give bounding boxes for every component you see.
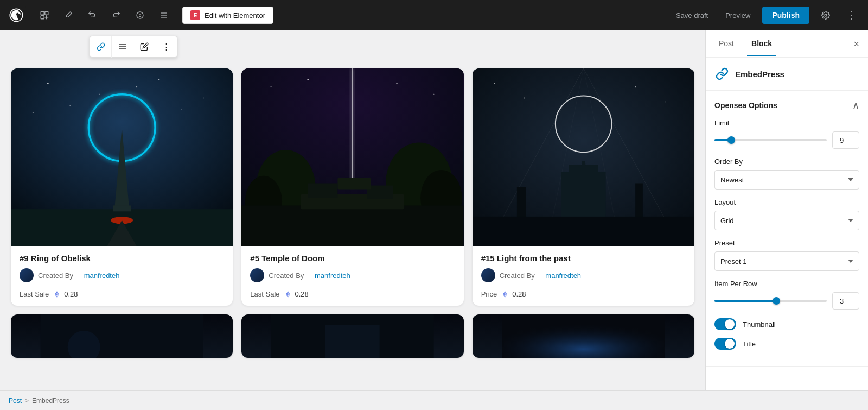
order-by-row: Order By Newest Oldest Price Low Price H… — [714, 157, 859, 190]
nft-card: #5 Temple of Doom Created By manfredteh … — [241, 68, 463, 306]
limit-row: Limit — [714, 119, 859, 149]
nft-card-partial — [473, 314, 694, 358]
order-by-select[interactable]: Newest Oldest Price Low Price High — [714, 170, 859, 190]
creator-link[interactable]: manfredteh — [545, 272, 581, 280]
creator-link[interactable]: manfredteh — [84, 272, 120, 280]
list-view-button[interactable] — [154, 5, 174, 25]
svg-point-63 — [635, 86, 636, 87]
creator-prefix: Created By — [500, 272, 535, 280]
svg-point-61 — [494, 83, 495, 84]
section-title: Opensea Options — [714, 101, 777, 110]
section-collapse-button[interactable]: ∧ — [852, 99, 859, 111]
nft-card-creator: Created By manfredteh — [250, 268, 455, 282]
block-align-button[interactable] — [112, 36, 133, 58]
top-bar-right: Save draft Preview Publish ⋮ — [671, 5, 861, 25]
wp-logo — [7, 5, 26, 25]
nft-card-creator: Created By manfredteh — [20, 268, 224, 282]
svg-marker-68 — [581, 161, 585, 167]
svg-point-64 — [664, 101, 665, 102]
section-header: Opensea Options ∧ — [714, 99, 859, 111]
ep-brand: EmbedPress — [706, 58, 868, 91]
item-per-row-input[interactable] — [832, 292, 859, 310]
nft-card-partial — [11, 314, 233, 358]
svg-point-18 — [203, 98, 204, 99]
svg-rect-49 — [338, 178, 371, 189]
main-area: ⋮ — [0, 30, 868, 390]
svg-point-17 — [158, 79, 160, 80]
block-edit-button[interactable] — [133, 36, 155, 58]
eth-icon — [501, 291, 509, 298]
title-toggle[interactable] — [714, 338, 736, 350]
top-bar: E Edit with Elementor Save draft Preview… — [0, 0, 868, 30]
side-panel: Post Block × EmbedPress Opensea Options … — [705, 30, 868, 390]
redo-button[interactable] — [106, 5, 126, 25]
layout-select[interactable]: Grid List Masonry — [714, 211, 859, 230]
eth-icon — [284, 291, 292, 298]
limit-slider-thumb[interactable] — [727, 136, 735, 144]
preset-row: Preset Preset 1 Preset 2 Preset 3 — [714, 239, 859, 271]
panel-close-button[interactable]: × — [853, 39, 859, 49]
item-per-row-slider-track[interactable] — [714, 300, 827, 302]
svg-point-15 — [47, 83, 49, 84]
undo-button[interactable] — [82, 5, 102, 25]
limit-slider-track[interactable] — [714, 139, 827, 141]
limit-input[interactable] — [832, 131, 859, 149]
thumbnail-toggle[interactable] — [714, 318, 736, 330]
breadcrumb: Post > EmbedPress — [0, 390, 868, 410]
edit-elementor-button[interactable]: E Edit with Elementor — [182, 7, 273, 24]
svg-point-35 — [271, 86, 272, 87]
price-label: Price — [481, 290, 497, 298]
svg-rect-2 — [45, 11, 48, 15]
more-options-button[interactable]: ⋮ — [842, 5, 861, 25]
tab-post[interactable]: Post — [714, 31, 738, 56]
title-toggle-row: Title — [714, 338, 859, 350]
nft-card: #15 Light from the past Created By manfr… — [473, 68, 694, 306]
svg-point-36 — [308, 79, 309, 80]
order-by-label: Order By — [714, 157, 859, 166]
item-per-row-slider-thumb[interactable] — [773, 297, 780, 305]
publish-button[interactable]: Publish — [762, 7, 809, 24]
svg-point-22 — [181, 109, 182, 110]
thumbnail-toggle-row: Thumbnail — [714, 318, 859, 330]
svg-rect-1 — [41, 11, 44, 15]
save-draft-button[interactable]: Save draft — [671, 8, 713, 23]
preview-button[interactable]: Preview — [720, 8, 756, 23]
nft-card-title: #5 Temple of Doom — [250, 254, 455, 263]
svg-point-62 — [524, 98, 525, 99]
svg-rect-71 — [473, 217, 694, 247]
nft-card-partial — [241, 314, 463, 358]
block-toolbar: ⋮ — [90, 36, 177, 58]
layout-row: Layout Grid List Masonry — [714, 198, 859, 230]
preset-select[interactable]: Preset 1 Preset 2 Preset 3 — [714, 251, 859, 271]
edit-elementor-label: Edit with Elementor — [205, 11, 265, 20]
svg-rect-26 — [113, 205, 131, 211]
creator-link[interactable]: manfredteh — [315, 272, 350, 280]
price-label: Last Sale — [20, 290, 49, 298]
block-more-button[interactable]: ⋮ — [155, 36, 177, 58]
svg-point-16 — [99, 94, 100, 95]
svg-point-38 — [433, 94, 435, 95]
panel-header: Post Block × — [706, 30, 868, 58]
avatar — [20, 268, 34, 282]
title-toggle-knob — [725, 339, 735, 349]
price-value: 0.28 — [512, 290, 526, 298]
svg-rect-3 — [41, 16, 44, 19]
svg-rect-67 — [569, 165, 598, 175]
nft-card-creator: Created By manfredteh — [481, 268, 686, 282]
breadcrumb-separator: > — [25, 397, 29, 405]
limit-label: Limit — [714, 119, 859, 127]
tools-button[interactable] — [59, 5, 78, 25]
svg-point-21 — [136, 86, 137, 87]
block-link-button[interactable] — [90, 36, 112, 58]
nft-card-price: Price 0.28 — [481, 290, 686, 298]
svg-point-10 — [825, 14, 827, 16]
breadcrumb-post-link[interactable]: Post — [9, 397, 22, 405]
item-per-row-slider-fill — [714, 300, 776, 302]
settings-button[interactable] — [816, 5, 835, 25]
svg-rect-78 — [41, 314, 203, 358]
tab-block[interactable]: Block — [747, 31, 776, 56]
nft-card-title: #15 Light from the past — [481, 254, 686, 263]
svg-rect-66 — [561, 172, 605, 224]
add-block-button[interactable] — [35, 5, 54, 25]
info-button[interactable] — [130, 5, 150, 25]
